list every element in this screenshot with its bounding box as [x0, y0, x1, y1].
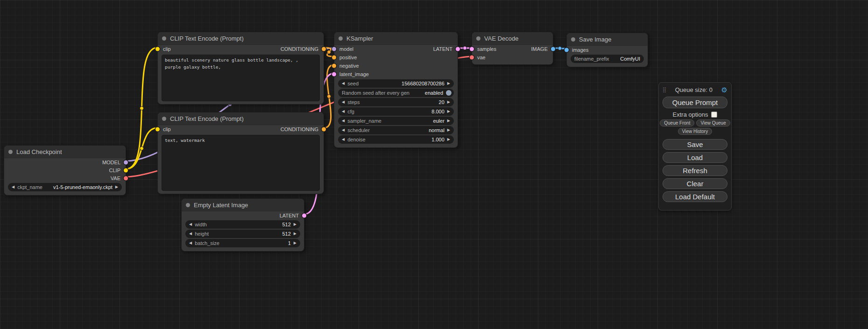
collapse-dot-icon[interactable]: [162, 36, 166, 41]
node-title: Empty Latent Image: [194, 202, 248, 209]
increment-arrow-icon[interactable]: ▶: [115, 185, 118, 189]
view-queue-button[interactable]: View Queue: [696, 119, 730, 126]
widget-filename-prefix[interactable]: filename_prefix ComfyUI: [571, 55, 644, 63]
node-load-checkpoint[interactable]: Load Checkpoint MODEL CLIP VAE ◀ ckpt_na…: [4, 145, 126, 196]
refresh-button[interactable]: Refresh: [663, 165, 727, 176]
node-ksampler[interactable]: KSampler model LATENT positive negative …: [334, 32, 458, 148]
increment-arrow-icon[interactable]: ▶: [447, 100, 450, 104]
load-default-button[interactable]: Load Default: [663, 191, 727, 202]
latent-output-slot[interactable]: [456, 47, 460, 51]
node-save-image[interactable]: Save Image images filename_prefix ComfyU…: [566, 33, 648, 67]
view-history-button[interactable]: View History: [678, 128, 712, 135]
collapse-dot-icon[interactable]: [339, 36, 343, 41]
collapse-dot-icon[interactable]: [476, 36, 480, 41]
increment-arrow-icon[interactable]: ▶: [447, 110, 450, 113]
node-vae-decode[interactable]: VAE Decode samples IMAGE vae: [472, 32, 553, 65]
settings-gear-icon[interactable]: ⚙: [721, 86, 727, 93]
queue-front-button[interactable]: Queue Front: [660, 119, 694, 126]
toggle-knob-icon[interactable]: [446, 90, 452, 96]
decrement-arrow-icon[interactable]: ◀: [189, 232, 192, 236]
negative-prompt-textarea[interactable]: text, watermark: [162, 135, 320, 191]
widget-cfg[interactable]: ◀ cfg 8.000 ▶: [338, 107, 454, 116]
conditioning-output-slot[interactable]: [322, 127, 326, 131]
node-empty-latent-image[interactable]: Empty Latent Image LATENT ◀ width 512 ▶ …: [181, 198, 304, 252]
node-title: Save Image: [579, 36, 611, 43]
collapse-dot-icon[interactable]: [571, 37, 575, 42]
link-clip-to-positive: [126, 48, 157, 169]
model-output-slot[interactable]: [124, 160, 128, 164]
decrement-arrow-icon[interactable]: ◀: [342, 138, 345, 141]
widget-denoise[interactable]: ◀ denoise 1.000 ▶: [338, 135, 454, 144]
node-title-bar[interactable]: CLIP Text Encode (Prompt): [158, 32, 324, 45]
decrement-arrow-icon[interactable]: ◀: [342, 110, 345, 113]
link-midpoint-dot: [463, 46, 467, 50]
queue-prompt-button[interactable]: Queue Prompt: [663, 97, 727, 108]
node-title-bar[interactable]: Save Image: [567, 33, 648, 46]
clear-button[interactable]: Clear: [663, 178, 727, 189]
model-input-slot[interactable]: [332, 47, 336, 51]
samples-input-slot[interactable]: [470, 47, 474, 51]
increment-arrow-icon[interactable]: ▶: [294, 241, 296, 245]
latent-image-input-slot[interactable]: [332, 72, 336, 77]
save-button[interactable]: Save: [663, 139, 727, 150]
widget-seed[interactable]: ◀ seed 156680208700286 ▶: [338, 79, 454, 88]
image-output-slot[interactable]: [551, 47, 555, 51]
slot-row: model LATENT: [334, 45, 458, 53]
vae-output-slot[interactable]: [124, 176, 128, 180]
decrement-arrow-icon[interactable]: ◀: [189, 241, 192, 245]
clip-output-slot[interactable]: [124, 168, 128, 172]
node-clip-text-encode-negative[interactable]: CLIP Text Encode (Prompt) clip CONDITION…: [157, 112, 324, 194]
latent-output-slot[interactable]: [302, 213, 306, 217]
clip-input-slot[interactable]: [155, 47, 160, 51]
drag-handle-icon[interactable]: ⣿: [663, 87, 666, 92]
increment-arrow-icon[interactable]: ▶: [294, 232, 296, 236]
slot-row: latent_image: [334, 70, 458, 78]
decrement-arrow-icon[interactable]: ◀: [342, 82, 345, 85]
decrement-arrow-icon[interactable]: ◀: [342, 119, 345, 123]
widget-label: filename_prefix: [574, 56, 609, 62]
increment-arrow-icon[interactable]: ▶: [447, 119, 450, 123]
vae-input-slot[interactable]: [470, 56, 474, 60]
collapse-dot-icon[interactable]: [162, 117, 166, 121]
load-button[interactable]: Load: [663, 152, 727, 163]
widget-height[interactable]: ◀ height 512 ▶: [185, 230, 300, 238]
workflow-buttons-group: Save Load Refresh Clear Load Default: [663, 139, 727, 202]
conditioning-output-slot[interactable]: [322, 47, 326, 51]
decrement-arrow-icon[interactable]: ◀: [12, 185, 14, 189]
increment-arrow-icon[interactable]: ▶: [447, 82, 450, 85]
widget-scheduler[interactable]: ◀ scheduler normal ▶: [338, 126, 454, 134]
widget-label: ckpt_name: [17, 184, 42, 190]
positive-input-slot[interactable]: [332, 56, 336, 60]
clip-input-slot[interactable]: [155, 127, 160, 131]
widget-sampler-name[interactable]: ◀ sampler_name euler ▶: [338, 117, 454, 125]
increment-arrow-icon[interactable]: ▶: [294, 223, 296, 226]
input-slot-label: latent_image: [339, 71, 369, 77]
queue-size-label: Queue size: 0: [675, 86, 713, 93]
extra-options-checkbox[interactable]: [711, 112, 717, 118]
node-title-bar[interactable]: Load Checkpoint: [4, 146, 126, 158]
node-title-bar[interactable]: VAE Decode: [472, 32, 553, 45]
widget-random-seed-toggle[interactable]: Random seed after every gen enabled: [338, 89, 454, 97]
node-title-bar[interactable]: CLIP Text Encode (Prompt): [158, 112, 324, 125]
collapse-dot-icon[interactable]: [8, 150, 13, 154]
node-title: CLIP Text Encode (Prompt): [170, 35, 244, 42]
node-title-bar[interactable]: Empty Latent Image: [182, 199, 304, 211]
widget-batch-size[interactable]: ◀ batch_size 1 ▶: [185, 239, 300, 247]
positive-prompt-textarea[interactable]: beautiful scenery nature glass bottle la…: [162, 55, 320, 101]
increment-arrow-icon[interactable]: ▶: [447, 128, 450, 132]
node-title-bar[interactable]: KSampler: [334, 32, 458, 45]
comfyui-canvas[interactable]: { "icons": { "arrow_left": "◀", "arrow_r…: [0, 0, 868, 329]
decrement-arrow-icon[interactable]: ◀: [342, 100, 345, 104]
output-slot-label: IMAGE: [531, 46, 548, 52]
widget-steps[interactable]: ◀ steps 20 ▶: [338, 98, 454, 106]
increment-arrow-icon[interactable]: ▶: [447, 138, 450, 141]
node-clip-text-encode-positive[interactable]: CLIP Text Encode (Prompt) clip CONDITION…: [157, 32, 324, 105]
images-input-slot[interactable]: [565, 48, 569, 52]
collapse-dot-icon[interactable]: [186, 203, 190, 207]
decrement-arrow-icon[interactable]: ◀: [342, 128, 345, 132]
widget-ckpt-name[interactable]: ◀ ckpt_name v1-5-pruned-emaonly.ckpt ▶: [8, 183, 122, 191]
slot-row: clip CONDITIONING: [158, 45, 324, 53]
widget-width[interactable]: ◀ width 512 ▶: [185, 220, 300, 229]
negative-input-slot[interactable]: [332, 64, 336, 68]
decrement-arrow-icon[interactable]: ◀: [189, 223, 192, 226]
